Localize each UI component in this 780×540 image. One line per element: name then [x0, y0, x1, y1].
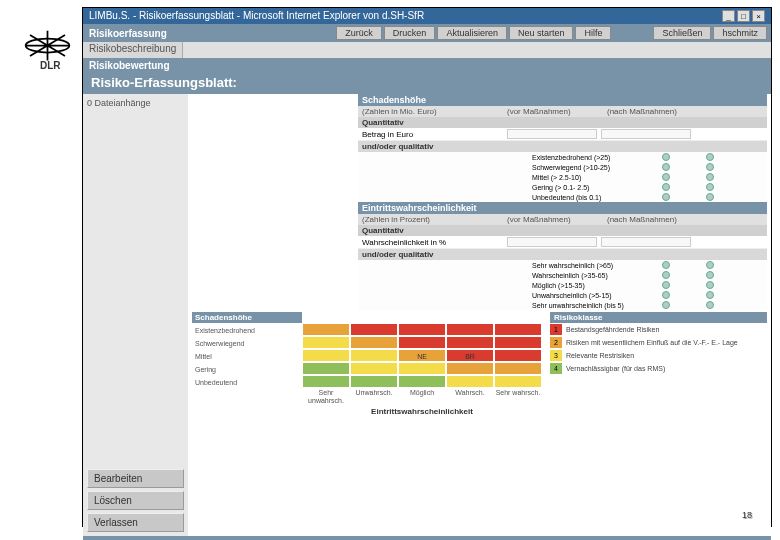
maximize-icon[interactable]: □ [737, 10, 750, 22]
risk-matrix: NEBR [302, 323, 542, 388]
btn-zurueck[interactable]: Zurück [336, 26, 382, 40]
schaden-nach-input[interactable] [601, 129, 691, 139]
section-schaden: Schadenshöhe [358, 94, 767, 106]
radio-icon[interactable] [662, 193, 670, 201]
radio-icon[interactable] [662, 291, 670, 299]
schaden-opt-4: Unbedeutend (bis 0.1) [358, 192, 767, 202]
close-icon[interactable]: × [752, 10, 765, 22]
btn-schliessen[interactable]: Schließen [653, 26, 711, 40]
schaden-vor-input[interactable] [507, 129, 597, 139]
btn-verlassen[interactable]: Verlassen [87, 513, 184, 532]
eintritt-quant-label: Quantitativ [358, 225, 767, 236]
schaden-opt-2: Mittel (> 2.5-10) [358, 172, 767, 182]
eintritt-wahr-row: Wahrscheinlichkeit in % [358, 236, 767, 249]
risk-class-3: 3Relevante Restrisiken [550, 349, 767, 362]
attachments-count: 0 Dateianhänge [87, 98, 184, 108]
radio-icon[interactable] [662, 281, 670, 289]
matrix-x-labels: Sehr unwahrsch.Unwahrsch.MöglichWahrsch.… [302, 388, 542, 405]
matrix-y-title: Schadenshöhe [192, 312, 302, 323]
risk-class-2: 2Risiken mit wesentlichem Einfluß auf di… [550, 336, 767, 349]
eintritt-opt-3: Unwahrscheinlich (>5-15) [358, 290, 767, 300]
radio-icon[interactable] [706, 173, 714, 181]
radio-icon[interactable] [662, 271, 670, 279]
schaden-betrag-row: Betrag in Euro [358, 128, 767, 141]
dlr-label: DLR [40, 60, 61, 71]
btn-neustarten[interactable]: Neu starten [509, 26, 574, 40]
btn-aktualisieren[interactable]: Aktualisieren [437, 26, 507, 40]
tab-active-row: Risikobewertung [83, 58, 771, 72]
btn-loeschen[interactable]: Löschen [87, 491, 184, 510]
form-area: Schadenshöhe (Zahlen in Mio. Euro) (vor … [188, 94, 771, 536]
eintritt-opt-4: Sehr unwahrscheinlich (bis 5) [358, 300, 767, 310]
page-title: Risiko-Erfassungsblatt: [83, 72, 771, 94]
radio-icon[interactable] [706, 281, 714, 289]
radio-icon[interactable] [706, 193, 714, 201]
btn-bearbeiten[interactable]: Bearbeiten [87, 469, 184, 488]
eintritt-opt-1: Wahrscheinlich (>35-65) [358, 270, 767, 280]
btn-user[interactable]: hschmitz [713, 26, 767, 40]
radio-icon[interactable] [662, 163, 670, 171]
radio-icon[interactable] [662, 301, 670, 309]
eintritt-opt-0: Sehr wahrscheinlich (>65) [358, 260, 767, 270]
radio-icon[interactable] [706, 301, 714, 309]
radio-icon[interactable] [706, 183, 714, 191]
browser-titlebar: LIMBu.S. - Risikoerfassungsblatt - Micro… [83, 8, 771, 24]
browser-window: LIMBu.S. - Risikoerfassungsblatt - Micro… [82, 7, 772, 527]
schaden-opt-3: Gering (> 0.1- 2.5) [358, 182, 767, 192]
matrix-x-title: Eintrittswahrscheinlichkeit [302, 405, 542, 416]
radio-icon[interactable] [662, 153, 670, 161]
eintritt-vor-input[interactable] [507, 237, 597, 247]
tab-beschreibung[interactable]: Risikobeschreibung [83, 42, 183, 58]
radio-icon[interactable] [706, 271, 714, 279]
browser-title: LIMBu.S. - Risikoerfassungsblatt - Micro… [89, 10, 424, 22]
schaden-qual-label: und/oder qualitativ [358, 141, 767, 152]
schaden-opt-1: Schwerwiegend (>10-25) [358, 162, 767, 172]
app-toolbar: Risikoerfassung Zurück Drucken Aktualisi… [83, 24, 771, 42]
eintritt-nach-input[interactable] [601, 237, 691, 247]
schaden-opt-0: Existenzbedrohend (>25) [358, 152, 767, 162]
tab-bewertung[interactable]: Risikobewertung [83, 60, 176, 71]
statusbar: Erstellt: 2002-02-27 14.43.13 von Hartmu… [83, 536, 771, 540]
section-eintritt: Eintrittswahrscheinlichkeit [358, 202, 767, 214]
radio-icon[interactable] [662, 183, 670, 191]
schaden-quant-label: Quantitativ [358, 117, 767, 128]
minimize-icon[interactable]: _ [722, 10, 735, 22]
radio-icon[interactable] [706, 291, 714, 299]
eintritt-qual-label: und/oder qualitativ [358, 249, 767, 260]
dlr-logo [20, 28, 75, 63]
risk-class-4: 4Vernachlässigbar (für das RMS) [550, 362, 767, 375]
page-number: 18 [742, 510, 752, 520]
btn-hilfe[interactable]: Hilfe [575, 26, 611, 40]
radio-icon[interactable] [662, 261, 670, 269]
risk-class-1: 1Bestandsgefährdende Risiken [550, 323, 767, 336]
risk-class-title: Risikoklasse [550, 312, 767, 323]
left-panel: 0 Dateianhänge Bearbeiten Löschen Verlas… [83, 94, 188, 536]
radio-icon[interactable] [662, 173, 670, 181]
radio-icon[interactable] [706, 153, 714, 161]
tab-row: Risikobeschreibung [83, 42, 771, 58]
radio-icon[interactable] [706, 261, 714, 269]
btn-drucken[interactable]: Drucken [384, 26, 436, 40]
eintritt-opt-2: Möglich (>15-35) [358, 280, 767, 290]
radio-icon[interactable] [706, 163, 714, 171]
toolbar-label: Risikoerfassung [83, 28, 173, 39]
